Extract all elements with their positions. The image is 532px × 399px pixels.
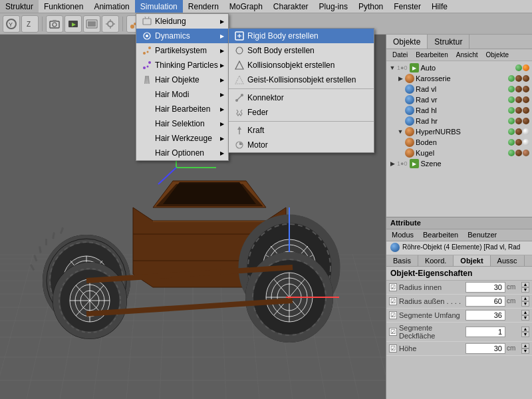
checkbox-radius-aussen[interactable]: ☑	[389, 297, 397, 305]
menu-hair-optionen[interactable]: Hair Optionen	[136, 146, 228, 160]
menu-funktionen[interactable]: Funktionen	[39, 0, 88, 13]
ball-green	[508, 75, 515, 82]
menu-rigid-body[interactable]: Rigid Body erstellen	[229, 29, 374, 43]
menu-charakter[interactable]: Charakter	[268, 0, 314, 13]
spin-down[interactable]: ▼	[521, 315, 529, 321]
menu-hilfe[interactable]: Hilfe	[426, 0, 453, 13]
ball-dark	[515, 118, 522, 124]
obj-menu-bearbeiten[interactable]: Bearbeiten	[412, 51, 451, 59]
menu-kraft[interactable]: Kraft	[229, 123, 374, 138]
svg-rect-9	[88, 21, 96, 27]
attr-menu-modus[interactable]: Modus	[389, 230, 416, 239]
tab-objekt[interactable]: Objekt	[454, 255, 490, 266]
menu-feder[interactable]: Feder	[229, 105, 374, 120]
input-hoehe[interactable]	[466, 343, 505, 354]
obj-menu-objekte[interactable]: Objekte	[483, 51, 512, 59]
menu-geist-kollision[interactable]: Geist-Kollisionsobjekt erstellen	[229, 72, 374, 87]
list-item[interactable]: Rad vl	[386, 84, 532, 94]
spin-down[interactable]: ▼	[521, 348, 529, 354]
menu-python[interactable]: Python	[353, 0, 388, 13]
checkbox-hoehe[interactable]: ☑	[389, 344, 397, 352]
spin-up[interactable]: ▲	[521, 310, 529, 315]
list-item[interactable]: Rad hl	[386, 105, 532, 116]
btn-render2[interactable]	[83, 15, 100, 33]
obj-type-icon: ▶	[410, 159, 419, 168]
tab-objekte[interactable]: Objekte	[386, 35, 428, 49]
spin-up[interactable]: ▲	[521, 296, 529, 301]
list-item[interactable]: Rad hr	[386, 116, 532, 126]
ball-dark	[515, 107, 522, 114]
btn-undo[interactable]: Y	[3, 15, 20, 33]
prop-name: Höhe	[399, 344, 416, 352]
input-radius-innen[interactable]	[466, 282, 505, 293]
menu-icon	[234, 31, 245, 41]
list-item[interactable]: Rad vr	[386, 94, 532, 105]
menu-motor[interactable]: Motor	[229, 138, 374, 152]
menu-struktur[interactable]: Struktur	[0, 0, 39, 13]
spin-down[interactable]: ▼	[521, 287, 529, 293]
ball-dark2	[523, 86, 529, 92]
menu-label: Hair Modi	[155, 90, 189, 99]
spin-up[interactable]: ▲	[521, 343, 529, 348]
list-item[interactable]: ▶ Karosserie	[386, 73, 532, 84]
menu-thinking-particles[interactable]: Thinking Particles	[136, 58, 228, 72]
svg-rect-5	[53, 20, 57, 22]
menu-mograph[interactable]: MoGraph	[224, 0, 268, 13]
menu-hair-modi[interactable]: Hair Modi	[136, 87, 228, 102]
spin-down[interactable]: ▼	[521, 301, 529, 307]
input-seg-umfang[interactable]	[466, 310, 505, 321]
input-seg-deck[interactable]	[466, 327, 505, 337]
list-item[interactable]: ▶ 1●0 ▶ Szene	[386, 158, 532, 169]
obj-menu-ansicht[interactable]: Ansicht	[453, 51, 481, 59]
menu-hair-objekte[interactable]: Hair Objekte	[136, 72, 228, 87]
spin-up[interactable]: ▲	[521, 282, 529, 287]
menu-kleidung[interactable]: Kleidung	[136, 14, 228, 29]
attr-menu-bearbeiten[interactable]: Bearbeiten	[420, 230, 461, 239]
ball-green	[515, 65, 522, 71]
list-item[interactable]: Kugel	[386, 148, 532, 158]
menu-hair-bearbeiten[interactable]: Hair Bearbeiten	[136, 102, 228, 116]
prop-value: cm ▲ ▼	[466, 296, 529, 307]
menu-simulation[interactable]: Simulation	[135, 0, 183, 13]
spin-up[interactable]: ▲	[521, 327, 529, 332]
spin-down[interactable]: ▼	[521, 332, 529, 337]
btn-settings[interactable]	[102, 15, 119, 33]
menu-fenster[interactable]: Fenster	[388, 0, 426, 13]
menu-icon	[234, 107, 245, 118]
checkbox-radius-innen[interactable]: ☑	[389, 283, 397, 291]
objects-panel: Objekte Struktur Datei Bearbeiten Ansich…	[386, 35, 532, 217]
menu-plugins[interactable]: Plug-ins	[314, 0, 353, 13]
btn-redo[interactable]: Z	[21, 15, 39, 33]
tab-koord[interactable]: Koord.	[418, 255, 454, 266]
obj-type-icon	[405, 116, 414, 126]
ball-dark	[515, 86, 522, 92]
checkbox-seg-umfang[interactable]: ☑	[389, 311, 397, 319]
menu-konnektor[interactable]: Konnektor	[229, 90, 374, 105]
attr-tabs: Basis Koord. Objekt Aussc	[386, 255, 532, 267]
tab-basis[interactable]: Basis	[386, 255, 418, 266]
menu-icon	[234, 140, 245, 150]
btn-render[interactable]	[65, 15, 82, 33]
checkbox-seg-deck[interactable]: ☑	[389, 328, 397, 336]
menu-partikelsystem[interactable]: Partikelsystem	[136, 43, 228, 58]
obj-menu-datei[interactable]: Datei	[389, 51, 411, 59]
menu-kollision[interactable]: Kollisionsobjekt erstellen	[229, 58, 374, 72]
menu-label: Hair Werkzeuge	[155, 134, 212, 143]
menu-soft-body[interactable]: Soft Body erstellen	[229, 43, 374, 58]
tab-aussc[interactable]: Aussc	[491, 255, 525, 266]
attr-menu-benutzer[interactable]: Benutzer	[465, 230, 499, 239]
input-radius-aussen[interactable]	[466, 296, 505, 307]
expand-icon: ▼	[389, 65, 396, 71]
list-item[interactable]: Boden	[386, 137, 532, 148]
menu-dynamics[interactable]: Dynamics	[136, 29, 228, 43]
list-item[interactable]: ▼ HyperNURBS	[386, 126, 532, 137]
list-item[interactable]: ▼ 1●0 ▶ Auto	[386, 63, 532, 73]
tab-struktur[interactable]: Struktur	[428, 35, 469, 49]
prop-label: ☑ Segmente Umfang	[389, 311, 466, 319]
btn-camera[interactable]	[46, 15, 63, 33]
menu-animation[interactable]: Animation	[88, 0, 134, 13]
menu-hair-werkzeuge[interactable]: Hair Werkzeuge	[136, 131, 228, 146]
spinner: ▲ ▼	[521, 343, 529, 354]
menu-rendern[interactable]: Rendern	[183, 0, 224, 13]
menu-hair-selektion[interactable]: Hair Selektion	[136, 116, 228, 131]
